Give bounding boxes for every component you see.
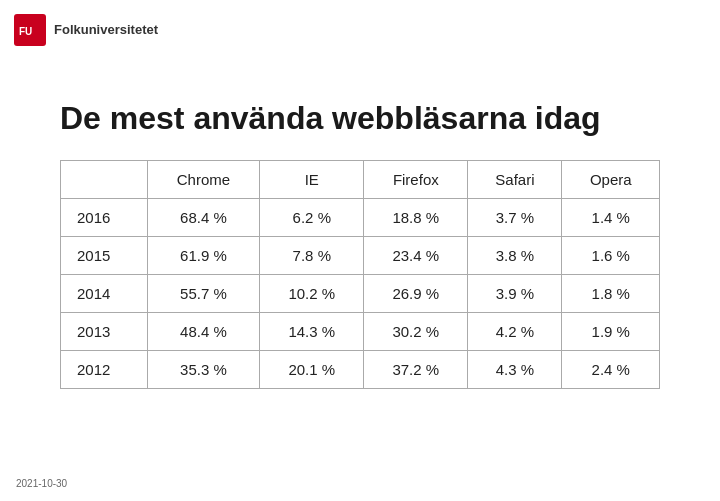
cell-row1-col4: 3.8 %: [468, 237, 562, 275]
col-header-firefox: Firefox: [364, 161, 468, 199]
cell-row4-col2: 20.1 %: [260, 351, 364, 389]
cell-row0-col1: 68.4 %: [147, 199, 260, 237]
col-header-safari: Safari: [468, 161, 562, 199]
cell-row1-col3: 23.4 %: [364, 237, 468, 275]
cell-row4-col4: 4.3 %: [468, 351, 562, 389]
table-header-row: Chrome IE Firefox Safari Opera: [61, 161, 660, 199]
logo: FU Folkuniversitetet: [14, 14, 158, 46]
cell-row2-col3: 26.9 %: [364, 275, 468, 313]
cell-row3-col1: 48.4 %: [147, 313, 260, 351]
col-header-chrome: Chrome: [147, 161, 260, 199]
table-row: 201348.4 %14.3 %30.2 %4.2 %1.9 %: [61, 313, 660, 351]
table-body: 201668.4 %6.2 %18.8 %3.7 %1.4 %201561.9 …: [61, 199, 660, 389]
cell-row3-col4: 4.2 %: [468, 313, 562, 351]
table-row: 201561.9 %7.8 %23.4 %3.8 %1.6 %: [61, 237, 660, 275]
folkuniversitetet-logo-icon: FU: [14, 14, 46, 46]
cell-row2-col5: 1.8 %: [562, 275, 660, 313]
cell-row3-col3: 30.2 %: [364, 313, 468, 351]
cell-row2-col0: 2014: [61, 275, 148, 313]
col-header-year: [61, 161, 148, 199]
logo-text: Folkuniversitetet: [54, 22, 158, 38]
cell-row4-col1: 35.3 %: [147, 351, 260, 389]
cell-row2-col1: 55.7 %: [147, 275, 260, 313]
col-header-ie: IE: [260, 161, 364, 199]
cell-row0-col5: 1.4 %: [562, 199, 660, 237]
cell-row4-col5: 2.4 %: [562, 351, 660, 389]
cell-row3-col5: 1.9 %: [562, 313, 660, 351]
cell-row0-col3: 18.8 %: [364, 199, 468, 237]
cell-row0-col0: 2016: [61, 199, 148, 237]
svg-text:FU: FU: [19, 26, 32, 37]
header: FU Folkuniversitetet: [14, 14, 158, 46]
table-row: 201668.4 %6.2 %18.8 %3.7 %1.4 %: [61, 199, 660, 237]
browser-table-container: Chrome IE Firefox Safari Opera 201668.4 …: [60, 160, 660, 389]
cell-row0-col4: 3.7 %: [468, 199, 562, 237]
cell-row1-col2: 7.8 %: [260, 237, 364, 275]
footer-date: 2021-10-30: [16, 478, 67, 489]
cell-row1-col0: 2015: [61, 237, 148, 275]
browser-stats-table: Chrome IE Firefox Safari Opera 201668.4 …: [60, 160, 660, 389]
cell-row3-col0: 2013: [61, 313, 148, 351]
col-header-opera: Opera: [562, 161, 660, 199]
cell-row0-col2: 6.2 %: [260, 199, 364, 237]
page-title: De mest använda webbläsarna idag: [60, 100, 601, 137]
cell-row4-col3: 37.2 %: [364, 351, 468, 389]
cell-row2-col2: 10.2 %: [260, 275, 364, 313]
cell-row4-col0: 2012: [61, 351, 148, 389]
cell-row2-col4: 3.9 %: [468, 275, 562, 313]
table-row: 201235.3 %20.1 %37.2 %4.3 %2.4 %: [61, 351, 660, 389]
cell-row1-col1: 61.9 %: [147, 237, 260, 275]
table-row: 201455.7 %10.2 %26.9 %3.9 %1.8 %: [61, 275, 660, 313]
cell-row1-col5: 1.6 %: [562, 237, 660, 275]
cell-row3-col2: 14.3 %: [260, 313, 364, 351]
